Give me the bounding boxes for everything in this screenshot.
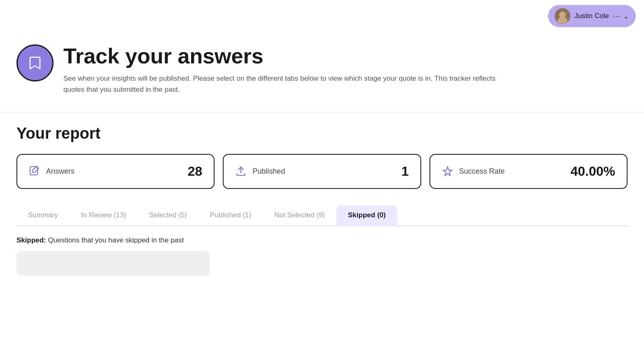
published-label: Published	[252, 167, 396, 176]
avatar-image	[555, 8, 570, 24]
user-badge-icons: ⋯ ⌄	[613, 12, 629, 21]
answers-label: Answers	[46, 167, 182, 176]
answers-value: 28	[188, 164, 203, 179]
avatar	[555, 8, 570, 24]
header-section: Track your answers See when your insight…	[0, 32, 644, 112]
tab-not-selected[interactable]: Not Selected (9)	[263, 205, 336, 226]
skipped-text: Questions that you have skipped in the p…	[48, 236, 184, 244]
star-icon	[442, 165, 453, 177]
tab-skipped[interactable]: Skipped (0)	[336, 205, 397, 226]
chevron-down-icon[interactable]: ⌄	[623, 12, 629, 21]
skipped-card-preview	[16, 251, 210, 276]
success-rate-label: Success Rate	[459, 167, 565, 176]
upload-icon	[235, 165, 247, 177]
stat-card-published: Published 1	[223, 154, 421, 189]
svg-point-2	[558, 17, 567, 24]
user-name: Justin Cole	[574, 12, 609, 20]
stat-card-answers: Answers 28	[16, 154, 215, 189]
report-title: Your report	[16, 125, 628, 142]
top-bar: Justin Cole ⋯ ⌄	[0, 0, 644, 32]
stats-row: Answers 28 Published 1 Success Rate 40.0…	[16, 154, 628, 189]
report-section: Your report Answers 28 Published 1	[0, 125, 644, 276]
edit-icon	[29, 165, 40, 177]
header-icon-circle	[16, 44, 54, 81]
section-divider	[0, 112, 644, 112]
tab-published[interactable]: Published (1)	[198, 205, 263, 226]
header-text: Track your answers See when your insight…	[63, 44, 516, 95]
skipped-description: Skipped: Questions that you have skipped…	[16, 236, 628, 244]
more-icon[interactable]: ⋯	[613, 12, 621, 21]
page-title: Track your answers	[63, 44, 516, 68]
skipped-section: Skipped: Questions that you have skipped…	[16, 226, 628, 276]
tabs-row: Summary In Review (13) Selected (5) Publ…	[16, 205, 628, 226]
skipped-bold-label: Skipped:	[16, 236, 46, 244]
tab-in-review[interactable]: In Review (13)	[70, 205, 138, 226]
tab-summary[interactable]: Summary	[16, 205, 70, 226]
user-badge[interactable]: Justin Cole ⋯ ⌄	[548, 5, 636, 27]
tab-selected[interactable]: Selected (5)	[138, 205, 198, 226]
bookmark-icon	[27, 55, 43, 71]
stat-card-success-rate: Success Rate 40.00%	[429, 154, 628, 189]
success-rate-value: 40.00%	[570, 164, 615, 179]
header-description: See when your insights will be published…	[63, 73, 516, 95]
published-value: 1	[401, 164, 409, 179]
